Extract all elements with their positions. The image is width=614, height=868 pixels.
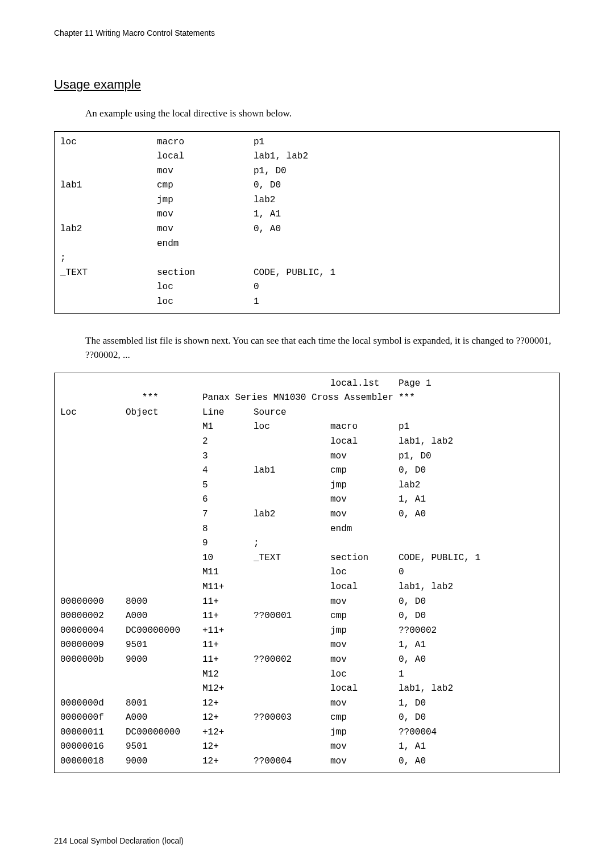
- listing-row: M12+locallab1, lab2: [60, 682, 554, 696]
- listing-title-row: local.lstPage 1: [60, 377, 554, 391]
- listing-cell: lab1, lab2: [399, 435, 554, 449]
- listing-cell: mov: [330, 449, 399, 464]
- code-cell: [157, 251, 254, 266]
- listing-cell: 9501: [126, 638, 202, 653]
- code-row: locmacrop1: [60, 135, 554, 150]
- listing-cell: [60, 565, 126, 580]
- listing-cell: 00000011: [60, 725, 126, 740]
- listing-cell: [254, 725, 330, 740]
- listing-cell: 12+: [202, 696, 254, 711]
- listing-cell: jmp: [330, 624, 399, 639]
- listing-cell: 00000009: [60, 638, 126, 653]
- code-cell: p1, D0: [254, 164, 554, 179]
- listing-cell: 0000000f: [60, 711, 126, 725]
- listing-cell: [60, 449, 126, 464]
- listing-cell: 8000: [126, 595, 202, 610]
- listing-row: 8endm: [60, 522, 554, 537]
- section-title: Usage example: [54, 77, 560, 92]
- listing-cell: DC00000000: [126, 725, 202, 740]
- listing-row: M12loc1: [60, 667, 554, 682]
- listing-cell: [254, 435, 330, 449]
- code-cell: [60, 193, 157, 208]
- listing-cell: mov: [330, 595, 399, 610]
- listing-cell: [60, 420, 126, 435]
- listing-row: 6mov1, A1: [60, 493, 554, 507]
- listing-cell: [254, 377, 330, 391]
- listing-cell: [254, 667, 330, 682]
- listing-cell: [126, 536, 202, 551]
- listing-cell: endm: [330, 522, 399, 537]
- code-cell: loc: [157, 280, 254, 295]
- listing-cell: cmp: [330, 609, 399, 624]
- listing-cell: [60, 580, 126, 595]
- listing-cell: 12+: [202, 754, 254, 769]
- macro-definition-code: locmacrop1locallab1, lab2movp1, D0lab1cm…: [54, 131, 560, 314]
- listing-cell: ??00003: [254, 711, 330, 725]
- listing-cell: [202, 377, 254, 391]
- listing-cell: [126, 551, 202, 566]
- listing-cell: [254, 696, 330, 711]
- listing-cell: macro: [330, 420, 399, 435]
- listing-cell: 0, D0: [399, 609, 554, 624]
- listing-cell: [126, 464, 202, 478]
- code-cell: 0, D0: [254, 178, 554, 193]
- listing-cell: lab1: [254, 464, 330, 478]
- listing-cell: loc: [254, 420, 330, 435]
- code-cell: [60, 237, 157, 252]
- listing-cell: [254, 493, 330, 507]
- code-cell: [254, 237, 554, 252]
- code-cell: 0, A0: [254, 222, 554, 237]
- listing-cell: [60, 435, 126, 449]
- listing-cell: [126, 667, 202, 682]
- listing-cell: [254, 478, 330, 493]
- code-cell: p1: [254, 135, 554, 150]
- code-cell: cmp: [157, 178, 254, 193]
- listing-cell: 5: [202, 478, 254, 493]
- listing-cell: jmp: [330, 725, 399, 740]
- listing-row: M11loc0: [60, 565, 554, 580]
- code-cell: endm: [157, 237, 254, 252]
- code-cell: 0: [254, 280, 554, 295]
- code-cell: mov: [157, 222, 254, 237]
- code-cell: [60, 207, 157, 222]
- listing-cell: +12+: [202, 725, 254, 740]
- listing-cell: A000: [126, 711, 202, 725]
- listing-row: 00000004DC00000000+11+jmp??00002: [60, 624, 554, 639]
- listing-row: 9;: [60, 536, 554, 551]
- listing-cell: 6: [202, 493, 254, 507]
- chapter-header: Chapter 11 Writing Macro Control Stateme…: [54, 28, 560, 37]
- listing-cell: lab1, lab2: [399, 682, 554, 696]
- code-cell: macro: [157, 135, 254, 150]
- listing-cell: 9: [202, 536, 254, 551]
- listing-row: 0000000d800112+mov1, D0: [60, 696, 554, 711]
- listing-cell: mov: [330, 507, 399, 522]
- code-cell: loc: [60, 135, 157, 150]
- listing-cell: 0000000b: [60, 653, 126, 667]
- listing-cell: 0, A0: [399, 754, 554, 769]
- listing-cell: 0000000d: [60, 696, 126, 711]
- code-row: endm: [60, 237, 554, 252]
- listing-cell: section: [330, 551, 399, 566]
- listing-cell: +11+: [202, 624, 254, 639]
- listing-cell: [60, 522, 126, 537]
- page-footer: 214 Local Symbol Declaration (local): [54, 836, 184, 845]
- listing-cell: 0: [399, 565, 554, 580]
- listing-cell: 1: [399, 667, 554, 682]
- listing-cell: ??00004: [254, 754, 330, 769]
- listing-cell: [126, 478, 202, 493]
- listing-cell: 9000: [126, 653, 202, 667]
- listing-cell: [126, 493, 202, 507]
- listing-cell: 11+: [202, 609, 254, 624]
- listing-cell: Page 1: [399, 377, 554, 391]
- listing-cell: CODE, PUBLIC, 1: [399, 551, 554, 566]
- listing-cell: [399, 536, 554, 551]
- code-row: loc0: [60, 280, 554, 295]
- listing-cell: [254, 595, 330, 610]
- code-row: ;: [60, 251, 554, 266]
- listing-cell: A000: [126, 609, 202, 624]
- listing-row: 7lab2mov0, A0: [60, 507, 554, 522]
- listing-cell: 9501: [126, 740, 202, 754]
- code-cell: mov: [157, 164, 254, 179]
- listing-cell: DC00000000: [126, 624, 202, 639]
- code-cell: ;: [60, 251, 157, 266]
